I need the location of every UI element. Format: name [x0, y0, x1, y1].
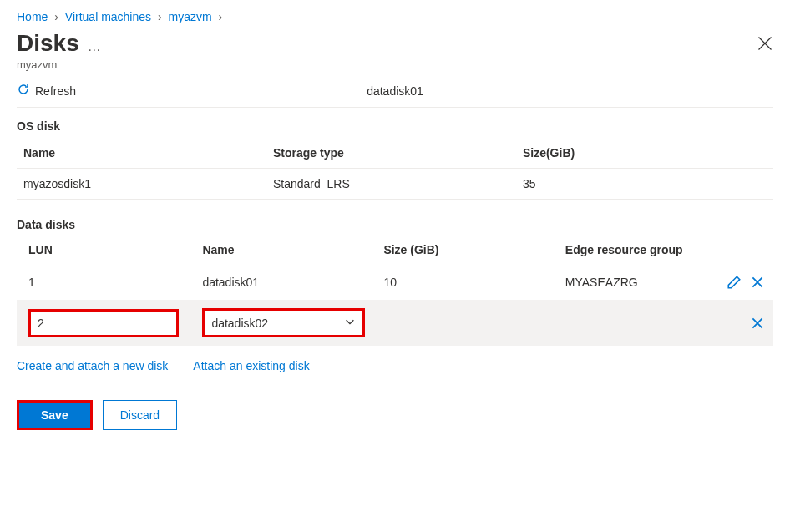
cell-lun: 1: [17, 265, 190, 300]
os-disk-name: myazosdisk1: [17, 169, 266, 200]
more-icon[interactable]: …: [88, 39, 103, 54]
chevron-down-icon: [344, 316, 356, 330]
edit-icon[interactable]: [725, 273, 743, 291]
refresh-icon: [17, 83, 30, 99]
page-subtitle: myazvm: [17, 58, 773, 71]
remove-icon[interactable]: [748, 273, 767, 291]
chevron-right-icon: ›: [54, 10, 58, 23]
table-row: 1 datadisk01 10 MYASEAZRG: [17, 265, 773, 300]
chevron-right-icon: ›: [219, 10, 223, 23]
table-row: myazosdisk1 Standard_LRS 35: [17, 169, 773, 200]
save-highlight: Save: [17, 400, 93, 430]
cell-size: 10: [372, 265, 553, 300]
breadcrumb-home[interactable]: Home: [17, 10, 48, 23]
data-disks-table: LUN Name Size (GiB) Edge resource group …: [17, 236, 773, 346]
save-button[interactable]: Save: [19, 403, 90, 428]
selected-disk-label: datadisk01: [367, 84, 423, 98]
refresh-button[interactable]: Refresh: [17, 83, 76, 99]
col-name: Name: [17, 138, 266, 169]
breadcrumb-vms[interactable]: Virtual machines: [65, 10, 151, 23]
col-size: Size (GiB): [372, 236, 553, 265]
os-disk-storage: Standard_LRS: [266, 169, 516, 200]
lun-input[interactable]: 2: [28, 309, 179, 337]
cell-group: MYASEAZRG: [554, 265, 713, 300]
os-disk-size: 35: [516, 169, 773, 200]
create-disk-link[interactable]: Create and attach a new disk: [17, 359, 168, 372]
os-disk-heading: OS disk: [17, 119, 773, 133]
col-storage: Storage type: [266, 138, 516, 169]
refresh-label: Refresh: [35, 84, 76, 98]
disk-name-value: datadisk02: [211, 317, 268, 330]
page-title: Disks: [17, 30, 79, 57]
data-disks-heading: Data disks: [17, 218, 773, 231]
os-disk-table: Name Storage type Size(GiB) myazosdisk1 …: [17, 138, 773, 200]
col-group: Edge resource group: [554, 236, 713, 265]
close-icon[interactable]: [757, 35, 773, 52]
breadcrumb: Home › Virtual machines › myazvm ›: [17, 7, 773, 30]
chevron-right-icon: ›: [158, 10, 162, 23]
col-size: Size(GiB): [516, 138, 773, 169]
discard-button[interactable]: Discard: [103, 400, 177, 430]
remove-icon[interactable]: [748, 314, 767, 332]
table-row-editing: 2 datadisk02: [17, 300, 773, 346]
disk-name-select[interactable]: datadisk02: [202, 308, 365, 337]
breadcrumb-vm[interactable]: myazvm: [169, 10, 212, 23]
col-lun: LUN: [17, 236, 190, 265]
col-name: Name: [190, 236, 372, 265]
cell-name: datadisk01: [190, 265, 372, 300]
attach-disk-link[interactable]: Attach an existing disk: [193, 359, 309, 372]
